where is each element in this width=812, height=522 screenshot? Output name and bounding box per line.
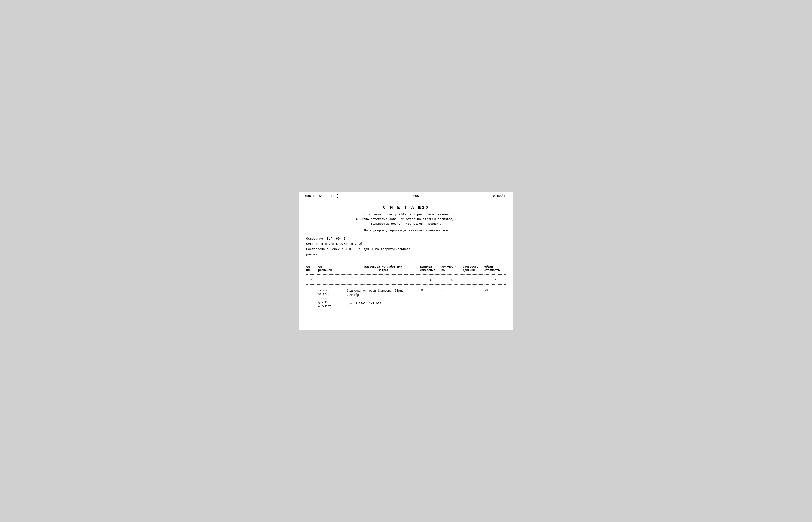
title-description: На водопровод производственно-противопож…: [306, 229, 506, 232]
page-header: 904-I -51 (II) -155- 8I08/II: [299, 192, 513, 200]
col-num-2: 2: [318, 279, 347, 282]
col-num-1: 1: [306, 279, 318, 282]
row-total: 58: [484, 289, 506, 292]
row-num-value: I.: [306, 289, 310, 292]
info-line3: Составлена в ценах с I.0I.69г. для I-го …: [306, 247, 506, 252]
dashed-line-2: [306, 263, 506, 263]
table-header-row: №№ пп №№ расценок Наименование работ или…: [306, 264, 506, 273]
row-name-line1: Задвижка клиновая фланцевая 50мм,: [347, 289, 420, 293]
row-codes: 23-I95 30-I5-а 23-07 доп.42 п.I-4I37: [318, 289, 347, 308]
info-line2: Сметная стоимость 0,63 тно.руб.: [306, 241, 506, 247]
subtitle-line2: 4К-I20А автоматизированной отдельно стоя…: [306, 217, 506, 222]
col-num-7: 7: [484, 279, 506, 282]
header-left-sub: (II): [331, 194, 339, 198]
dashed-line-3: [306, 274, 506, 275]
col-header-total: Общая стоимость: [484, 265, 506, 272]
col-header-name: Наименование работ или затрат: [347, 265, 420, 272]
col-header-num: №№ пп: [306, 265, 318, 272]
page-container: 904-I -51 (II) -155- 8I08/II С М Е Т А №…: [298, 192, 514, 330]
row-price: I9,I9: [463, 289, 484, 292]
table-col-nums: 1 2 3 4 5 6 7: [306, 278, 506, 283]
col-num-4: 4: [420, 279, 441, 282]
row-unit: шт: [420, 289, 441, 292]
col-header-unit: Единица измерения: [420, 265, 441, 272]
table-row: I. 23-I95 30-I5-а 23-07 доп.42 п.I-4I37 …: [306, 288, 506, 309]
header-right: 8I08/II: [493, 194, 507, 198]
page-body: С М Е Т А №20 к типовому проекту 904-I к…: [299, 200, 513, 314]
col-num-6: 6: [463, 279, 484, 282]
title-main: С М Е Т А №20: [306, 205, 506, 210]
row-price-note: Цена:3,9I+I4,2хI,076: [347, 302, 420, 306]
table-section: №№ пп №№ расценок Наименование работ или…: [306, 261, 506, 309]
code-3: 23-07: [318, 297, 347, 301]
info-line4: района.: [306, 252, 506, 257]
row-name-line2: 30ч47бр: [347, 293, 420, 297]
dashed-line-1: [306, 261, 506, 261]
dashed-line-5: [306, 284, 506, 285]
dashed-line-6: [306, 286, 506, 286]
info-section: Основание: Т.П. 904-I Сметная стоимость …: [306, 236, 506, 257]
row-name: Задвижка клиновая фланцевая 50мм, 30ч47б…: [347, 289, 420, 306]
code-1: 23-I95: [318, 289, 347, 293]
row-qty: 3: [441, 289, 463, 292]
col-num-3: 3: [347, 279, 420, 282]
col-header-qty: Количест- во: [441, 265, 463, 272]
header-center: -155-: [339, 194, 493, 198]
code-5: п.I-4I37: [318, 304, 347, 308]
subtitle-line1: к типовому проекту 904-I компрессорной с…: [306, 212, 506, 217]
col-header-price: Стоимость единицы: [463, 265, 484, 272]
info-line1: Основание: Т.П. 904-I: [306, 236, 506, 241]
col-header-code: №№ расценок: [318, 265, 347, 272]
header-left: 904-I -51 (II): [305, 194, 339, 198]
row-num: I.: [306, 289, 318, 292]
code-2: 30-I5-а: [318, 293, 347, 297]
code-4: доп.42: [318, 300, 347, 304]
subtitle-line3: тельностью 8м3/с ( 480 м3/мин) воздуха: [306, 222, 506, 226]
title-subtitle: к типовому проекту 904-I компрессорной с…: [306, 212, 506, 226]
col-num-5: 5: [441, 279, 463, 282]
dashed-line-4: [306, 276, 506, 276]
header-left-text: 904-I -51: [305, 194, 323, 198]
title-section: С М Е Т А №20 к типовому проекту 904-I к…: [306, 205, 506, 232]
